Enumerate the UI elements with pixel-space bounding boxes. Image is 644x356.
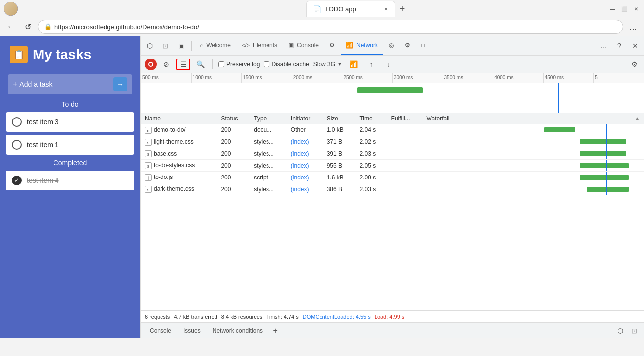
devtools-close-button[interactable]: ✕ [628, 39, 642, 53]
devtools-device-button[interactable]: ⊡ [159, 39, 172, 53]
bottom-add-tab-button[interactable]: + [269, 325, 281, 337]
cell-time: 2.02 s [355, 136, 387, 148]
devtools-help-button[interactable]: ? [612, 39, 626, 53]
elements-icon: </> [242, 42, 250, 48]
cell-status: 200 [217, 172, 250, 183]
timeline-tick-500: 500 ms [141, 73, 191, 83]
performance-icon: ◎ [389, 42, 394, 49]
table-row[interactable]: ddemo-to-do/200docu...Other1.0 kB2.04 s [141, 124, 644, 136]
bottom-tab-issues[interactable]: Issues [178, 324, 206, 338]
initiator-link[interactable]: (index) [291, 150, 309, 157]
cell-fulfill [387, 148, 423, 160]
tab-welcome[interactable]: ⌂ Welcome [195, 37, 236, 55]
waterfall-bar [544, 127, 576, 132]
download-button[interactable]: ↓ [382, 58, 396, 71]
task-checkbox[interactable] [12, 140, 22, 150]
timeline-chart [141, 83, 644, 113]
devtools-more-button[interactable]: ... [596, 39, 610, 53]
bottom-expand-icon[interactable]: ⊡ [628, 325, 640, 337]
bottom-minimize-icon[interactable]: ⬡ [614, 325, 626, 337]
bottom-tab-network-conditions[interactable]: Network conditions [208, 324, 268, 338]
url-text: https://microsoftedge.github.io/Demos/de… [54, 23, 617, 31]
bottom-tab-console[interactable]: Console [145, 324, 176, 338]
filter-button[interactable]: ☰ [176, 59, 190, 70]
col-header-type[interactable]: Type [250, 113, 287, 124]
table-row[interactable]: sto-do-styles.css200styles...(index)955 … [141, 160, 644, 172]
window-minimize-button[interactable]: — [608, 5, 616, 13]
lock-icon: 🔒 [44, 23, 52, 30]
col-header-status[interactable]: Status [217, 113, 250, 124]
window-restore-button[interactable]: ⬜ [620, 5, 628, 13]
cell-fulfill [387, 124, 423, 136]
tab-elements[interactable]: </> Elements [237, 37, 282, 55]
col-header-name[interactable]: Name [141, 113, 217, 124]
refresh-button[interactable]: ↺ [21, 20, 35, 34]
tab-device[interactable]: □ [416, 37, 429, 55]
add-task-bar[interactable]: + Add a task → [8, 74, 132, 94]
table-row[interactable]: slight-theme.css200styles...(index)371 B… [141, 136, 644, 148]
initiator-link[interactable]: (index) [291, 162, 309, 169]
cell-initiator: Other [287, 124, 323, 136]
cell-type: docu... [250, 124, 287, 136]
todo-header: 📋 My tasks [0, 36, 140, 68]
waterfall-bar [580, 139, 626, 144]
timeline-tick-1500: 1500 ms [241, 73, 292, 83]
upload-button[interactable]: ↑ [364, 58, 378, 71]
cell-name: sto-do-styles.css [141, 160, 217, 172]
preserve-log-label: Preserve log [226, 61, 260, 68]
task-label: test item 3 [27, 118, 59, 126]
table-row[interactable]: jto-do.js200script(index)1.6 kB2.09 s [141, 172, 644, 183]
devtools-inspect-button[interactable]: ⬡ [143, 39, 157, 53]
table-row[interactable]: sbase.css200styles...(index)391 B2.03 s [141, 148, 644, 160]
search-button[interactable]: 🔍 [194, 59, 206, 70]
task-checkbox[interactable] [12, 117, 22, 127]
tab-performance[interactable]: ◎ [384, 37, 399, 55]
back-button[interactable]: ← [4, 20, 18, 34]
status-bar: 6 requests 4.7 kB transferred 8.4 kB res… [141, 310, 644, 322]
preserve-log-checkbox[interactable]: Preserve log [218, 61, 260, 68]
network-settings-button[interactable]: ⚙ [628, 59, 640, 70]
new-tab-button[interactable]: + [395, 2, 409, 16]
profile-avatar[interactable] [4, 2, 18, 16]
tab-close-button[interactable]: × [383, 5, 389, 14]
url-bar[interactable]: 🔒 https://microsoftedge.github.io/Demos/… [38, 20, 623, 34]
cell-time: 2.05 s [355, 160, 387, 172]
window-close-button[interactable]: ✕ [632, 5, 640, 13]
col-header-waterfall[interactable]: Waterfall ▲ [423, 113, 644, 124]
initiator-link[interactable]: (index) [291, 174, 309, 181]
browser-tab-todo[interactable]: 📄 TODO app × [306, 1, 395, 17]
waterfall-position-line [606, 136, 607, 148]
waterfall-position-line [606, 172, 607, 183]
tab-settings[interactable]: ⚙ [400, 37, 415, 55]
network-online-icon[interactable]: 📶 [346, 58, 360, 71]
tab-sources-icon[interactable]: ⚙ [324, 37, 340, 55]
col-header-fulfill[interactable]: Fulfill... [387, 113, 423, 124]
cell-size: 1.0 kB [323, 124, 356, 136]
col-header-size[interactable]: Size [323, 113, 356, 124]
cell-initiator: (index) [287, 148, 323, 160]
preserve-log-input[interactable] [218, 61, 224, 67]
add-task-submit-button[interactable]: → [113, 77, 127, 91]
devtools-sidebar-button[interactable]: ▣ [174, 39, 188, 53]
throttle-selector[interactable]: Slow 3G ▼ [313, 61, 342, 68]
tab-network[interactable]: 📶 Network [341, 37, 383, 55]
network-table: Name Status Type Initiator Size Time Ful… [141, 113, 644, 195]
clear-button[interactable]: ⊘ [161, 59, 172, 70]
col-header-initiator[interactable]: Initiator [287, 113, 323, 124]
task-checkbox-checked[interactable]: ✓ [12, 176, 22, 185]
tab-console[interactable]: ▣ Console [283, 37, 323, 55]
cell-size: 955 B [323, 160, 356, 172]
col-header-time[interactable]: Time [355, 113, 387, 124]
disable-cache-input[interactable] [264, 61, 269, 67]
initiator-link[interactable]: (index) [291, 186, 309, 193]
browser-more-button[interactable]: ... [626, 20, 640, 34]
cell-status: 200 [217, 183, 250, 195]
table-row[interactable]: sdark-theme.css200styles...(index)386 B2… [141, 183, 644, 195]
record-button[interactable] [145, 59, 157, 70]
title-bar: 📄 TODO app × + — ⬜ ✕ [0, 0, 644, 18]
initiator-link[interactable]: (index) [291, 138, 309, 145]
disable-cache-checkbox[interactable]: Disable cache [264, 61, 309, 68]
address-bar: ← ↺ 🔒 https://microsoftedge.github.io/De… [0, 18, 644, 36]
cell-type: styles... [250, 136, 287, 148]
waterfall-bar [580, 163, 628, 168]
